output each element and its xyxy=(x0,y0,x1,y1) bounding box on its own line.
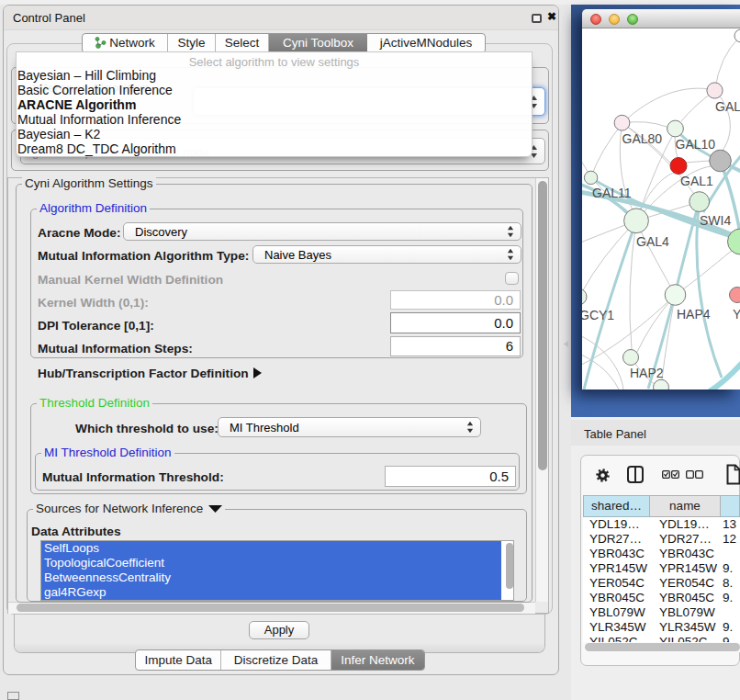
svg-text:GAL1: GAL1 xyxy=(680,174,713,188)
svg-text:GAL80: GAL80 xyxy=(622,131,663,146)
svg-text:GAL10: GAL10 xyxy=(676,137,716,152)
svg-text:GCY1: GCY1 xyxy=(582,308,614,322)
svg-text:HAP2: HAP2 xyxy=(630,366,664,380)
svg-text:GAL4: GAL4 xyxy=(636,234,669,249)
svg-text:Y: Y xyxy=(733,307,740,322)
svg-text:HAP4: HAP4 xyxy=(677,307,711,322)
svg-text:SWI4: SWI4 xyxy=(700,213,731,228)
svg-text:GAL11: GAL11 xyxy=(592,186,632,200)
svg-text:GAL7: GAL7 xyxy=(715,99,740,114)
